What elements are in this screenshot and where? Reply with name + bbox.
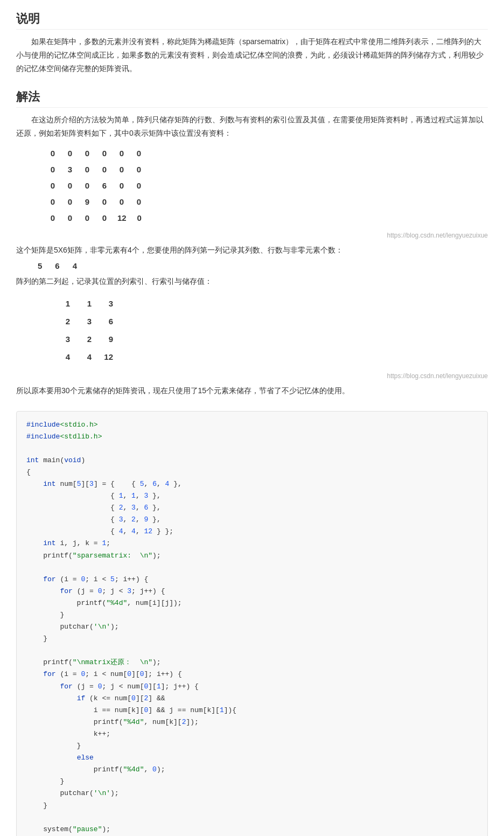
index-row: 113 [59, 295, 488, 312]
desc2: 阵列的第二列起，记录其位置的列索引、行索引与储存值： [16, 275, 488, 288]
section2-paragraph: 在这边所介绍的方法较为简单，阵列只储存矩阵的行数、列数与有资料的索引位置及其值，… [16, 113, 488, 140]
summary-line: 所以原本要用30个元素储存的矩阵资讯，现在只使用了15个元素来储存，节省了不少记… [16, 384, 488, 398]
sparse-header: 564 [38, 261, 488, 270]
section1-paragraph: 如果在矩阵中，多数的元素并没有资料，称此矩阵为稀疏矩阵（sparsematrix… [16, 35, 488, 76]
matrix-row: 0000120 [48, 210, 488, 226]
index-row: 4412 [59, 348, 488, 366]
index-row: 329 [59, 330, 488, 348]
matrix-row: 030000 [48, 162, 488, 178]
section2-title: 解法 [16, 89, 488, 108]
matrix-row: 000000 [48, 145, 488, 162]
index-row: 236 [59, 312, 488, 330]
section-solution: 解法 在这边所介绍的方法较为简单，阵列只储存矩阵的行数、列数与有资料的索引位置及… [16, 89, 488, 398]
watermark2: https://blog.csdn.net/lengyuezuixue [16, 372, 488, 380]
desc1: 这个矩阵是5X6矩阵，非零元素有4个，您要使用的阵列第一列记录其列数、行数与非零… [16, 243, 488, 257]
watermark1: https://blog.csdn.net/lengyuezuixue [16, 232, 488, 239]
original-matrix: 0000000300000006000090000000120 [48, 145, 488, 226]
section1-title: 说明 [16, 11, 488, 30]
matrix-row: 000600 [48, 178, 488, 194]
matrix-row: 009000 [48, 194, 488, 210]
code-block: #include<stdio.h> #include<stdlib.h> int… [16, 411, 488, 837]
section-description: 说明 如果在矩阵中，多数的元素并没有资料，称此矩阵为稀疏矩阵（sparsemat… [16, 11, 488, 76]
index-matrix: 1132363294412 [59, 295, 488, 366]
